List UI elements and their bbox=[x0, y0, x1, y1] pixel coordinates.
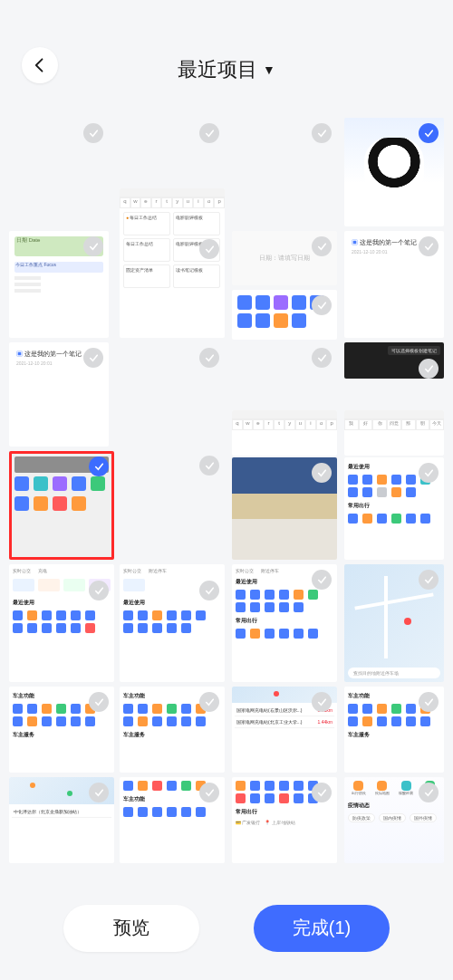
checkbox-icon[interactable] bbox=[199, 456, 219, 476]
checkbox-icon[interactable] bbox=[89, 692, 109, 712]
grid-item[interactable]: 国家电网充电站(石景山区沃尔...)1.03km 国家电网充电站(北京工业大学.… bbox=[232, 687, 337, 773]
chevron-down-icon: ▼ bbox=[263, 62, 275, 77]
grid-item[interactable]: 最近使用 常用出行 bbox=[344, 457, 444, 560]
map-pin-icon bbox=[274, 691, 279, 697]
checkbox-icon[interactable] bbox=[419, 236, 439, 256]
grid-item[interactable] bbox=[232, 457, 337, 560]
grid-item[interactable] bbox=[120, 342, 225, 406]
grid-item[interactable] bbox=[344, 118, 444, 226]
grid-item[interactable] bbox=[232, 118, 337, 226]
grid-item[interactable]: 车主功能 bbox=[120, 777, 225, 863]
checkbox-icon[interactable] bbox=[419, 123, 439, 143]
checkbox-icon[interactable] bbox=[83, 236, 103, 256]
checkbox-icon[interactable] bbox=[83, 348, 103, 368]
arrow-left-icon bbox=[31, 56, 49, 74]
header: 最近项目 ▼ bbox=[0, 0, 453, 100]
grid-item[interactable]: 实时公交充电 最近使用 bbox=[9, 564, 114, 682]
grid-item[interactable]: ▣ 这是我的第一个笔记 2021-12-10 20:01 bbox=[9, 342, 109, 447]
map-pin-icon bbox=[404, 618, 411, 625]
done-button[interactable]: 完成(1) bbox=[254, 905, 390, 952]
checkbox-icon[interactable] bbox=[199, 692, 219, 712]
grid-item[interactable]: 日期：请填写日期 bbox=[232, 231, 337, 285]
checkbox-icon[interactable] bbox=[312, 692, 332, 712]
grid-item[interactable]: 实时公交附近停车 最近使用 bbox=[120, 564, 225, 682]
grid-item[interactable] bbox=[120, 410, 225, 560]
grid-item[interactable]: 中化潜达尔（北京金鼎新加油站） bbox=[9, 777, 114, 863]
grid-item[interactable]: qwertyuiop bbox=[232, 410, 337, 456]
keyboard-row: qwertyuiop bbox=[120, 197, 225, 208]
checkbox-icon[interactable] bbox=[199, 348, 219, 368]
grid-item[interactable] bbox=[9, 118, 109, 226]
map-pin-icon bbox=[67, 791, 72, 796]
checkbox-icon[interactable] bbox=[312, 295, 332, 315]
map-pin-icon bbox=[30, 783, 35, 788]
grid-item-selected[interactable] bbox=[9, 451, 114, 560]
checkbox-icon[interactable] bbox=[89, 581, 109, 600]
checkbox-icon[interactable] bbox=[312, 570, 332, 590]
grid-item[interactable]: 车主功能 车主服务 bbox=[344, 687, 444, 773]
grid-item[interactable]: 可以选择模板创建笔记 bbox=[344, 342, 444, 379]
checkbox-icon[interactable] bbox=[419, 359, 439, 379]
checkbox-icon[interactable] bbox=[419, 463, 439, 483]
title-dropdown[interactable]: 最近项目 ▼ bbox=[178, 56, 275, 83]
grid-item[interactable] bbox=[120, 118, 225, 183]
keyboard-row-cn: 我好你问意那明今天 bbox=[344, 419, 444, 430]
page-title: 最近项目 bbox=[178, 56, 257, 83]
checkbox-icon[interactable] bbox=[199, 581, 219, 600]
checkbox-icon[interactable] bbox=[199, 123, 219, 143]
grid-item[interactable]: 日期 Date 今日工作重点 Focus bbox=[9, 231, 109, 338]
checkbox-icon[interactable] bbox=[199, 783, 219, 802]
checkbox-icon[interactable] bbox=[419, 570, 439, 590]
grid-item[interactable]: 实时公交附近停车 最近使用 常用出行 bbox=[232, 564, 337, 682]
grid-item[interactable]: 出行防疫 疫情地图 核酸检测 健康关怀 疫情动态 防疫政策 国内疫情 国外疫情 bbox=[344, 777, 444, 863]
grid-item[interactable]: 车主功能 车主服务 bbox=[120, 687, 225, 773]
checkbox-icon[interactable] bbox=[89, 783, 109, 802]
grid-item[interactable] bbox=[232, 290, 337, 340]
grid-item[interactable]: ▣ 这是我的第一个笔记 2021-12-10 20:01 bbox=[344, 231, 444, 338]
footer: 预览 完成(1) bbox=[0, 876, 453, 980]
image-grid: 日期 Date 今日工作重点 Focus qwertyuiop ● 每日工作总结… bbox=[9, 118, 444, 876]
grid-item[interactable]: 查找目的地附近停车场 bbox=[344, 564, 444, 682]
grid-item[interactable]: qwertyuiop ● 每日工作总结 电影剧评模板 每日工作总结 电影剧评模板… bbox=[120, 188, 225, 338]
grid-item[interactable]: 车主功能 车主服务 bbox=[9, 687, 114, 773]
checkbox-icon[interactable] bbox=[89, 456, 109, 476]
grid-item[interactable]: 我好你问意那明今天 bbox=[344, 410, 444, 456]
back-button[interactable] bbox=[22, 47, 58, 83]
grid-item[interactable]: 常用出行 💳 广发银行 📍 上岸·地铁站 bbox=[232, 777, 337, 863]
checkbox-icon[interactable] bbox=[83, 123, 103, 143]
keyboard-row: qwertyuiop bbox=[232, 419, 337, 430]
checkbox-icon[interactable] bbox=[419, 783, 439, 802]
grid-item[interactable] bbox=[232, 342, 337, 406]
preview-label: 预览 bbox=[113, 916, 149, 940]
done-label: 完成(1) bbox=[293, 916, 351, 940]
checkbox-icon[interactable] bbox=[312, 123, 332, 143]
checkbox-icon[interactable] bbox=[312, 783, 332, 802]
checkbox-icon[interactable] bbox=[312, 236, 332, 256]
checkbox-icon[interactable] bbox=[419, 692, 439, 712]
checkbox-icon[interactable] bbox=[312, 463, 332, 483]
preview-button[interactable]: 预览 bbox=[63, 905, 199, 952]
checkbox-icon[interactable] bbox=[199, 239, 219, 259]
checkbox-icon[interactable] bbox=[312, 348, 332, 368]
